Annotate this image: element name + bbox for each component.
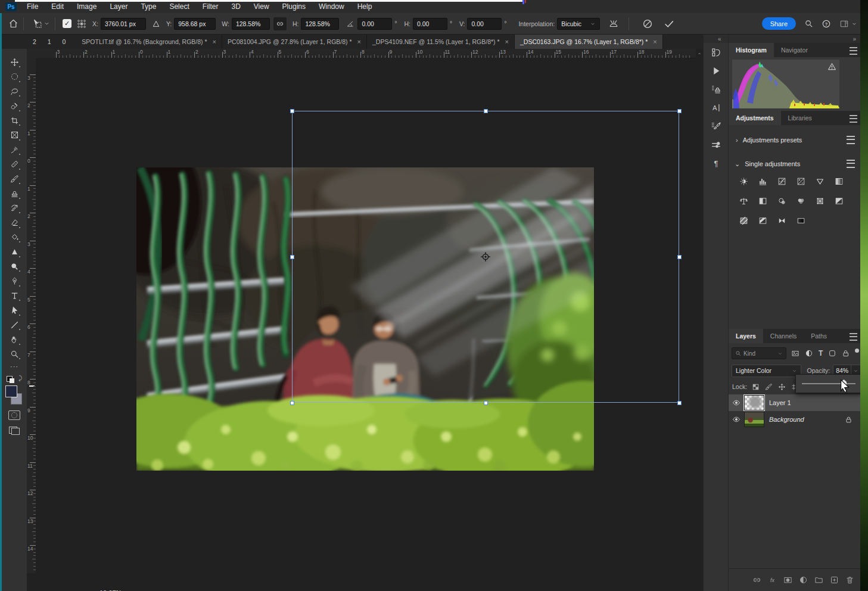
workspace-icon[interactable]: [839, 19, 849, 29]
panel-button-history[interactable]: [704, 43, 729, 61]
panel-button-actions[interactable]: [704, 61, 729, 80]
filter-shape-icon[interactable]: [828, 349, 836, 357]
panel-button-paragraph[interactable]: [704, 154, 729, 172]
quick-select-tool[interactable]: [7, 99, 21, 113]
frame-tool[interactable]: [7, 128, 21, 142]
visibility-eye-icon[interactable]: [729, 415, 744, 424]
path-select-tool[interactable]: [7, 303, 21, 318]
ruler-origin-box[interactable]: [27, 49, 36, 58]
layer-filter-search[interactable]: Kind: [732, 347, 786, 359]
scroll-right-icon[interactable]: ›: [672, 589, 674, 591]
document-tab-4[interactable]: _DSC0163.JPG @ 16.7% (Layer 1, RGB/8*) *…: [515, 35, 663, 49]
document-tab-3[interactable]: _DPS4109.NEF @ 11.5% (Layer 1, RGB/8*) *…: [367, 35, 515, 49]
transform-handle-top-center[interactable]: [484, 109, 488, 113]
filter-pixel-icon[interactable]: [791, 349, 799, 357]
quick-mask-button[interactable]: [8, 410, 20, 420]
vertical-scrollbar-gutter[interactable]: ⌃: [696, 49, 703, 591]
menu-image[interactable]: Image: [70, 2, 103, 11]
sharpen-tool[interactable]: [7, 245, 21, 259]
x-input[interactable]: 3760.01 px: [101, 18, 146, 30]
group-button[interactable]: [811, 576, 826, 584]
close-icon[interactable]: ×: [213, 38, 216, 45]
transform-handle-bottom-center[interactable]: [484, 401, 488, 405]
eraser-tool[interactable]: [7, 216, 21, 230]
transform-handle-top-left[interactable]: [290, 109, 294, 113]
vskew-input[interactable]: 0.00: [467, 18, 502, 30]
status-arrow-icon[interactable]: ‹: [337, 589, 340, 591]
transform-handle-bottom-left[interactable]: [290, 401, 294, 405]
adjustments-presets-row[interactable]: › Adjustments presets: [729, 132, 861, 148]
cancel-transform-button[interactable]: [642, 18, 653, 29]
share-button[interactable]: Share: [762, 17, 796, 30]
panel-menu-icon[interactable]: [850, 47, 857, 55]
hue-saturation-adjustment-icon[interactable]: [832, 176, 845, 186]
tab-layers[interactable]: Layers: [729, 329, 763, 343]
panel-button-clone-source[interactable]: [704, 80, 729, 98]
lock-move-icon[interactable]: [778, 383, 791, 391]
reference-point-grid-icon[interactable]: [77, 19, 86, 29]
horizontal-ruler[interactable]: 321012345678910111213141516171819: [36, 49, 696, 58]
panel-button-brush-settings[interactable]: [704, 117, 729, 135]
reference-point-checkbox[interactable]: ✓: [63, 19, 71, 28]
black-white-adjustment-icon[interactable]: [756, 196, 769, 206]
tab-adjustments[interactable]: Adjustments: [729, 111, 781, 125]
hskew-input[interactable]: 0.00: [413, 18, 447, 30]
transform-handle-bottom-right[interactable]: [677, 401, 682, 405]
document-tab-1[interactable]: SPOTLIT.tif @ 16.7% (Background, RGB/8) …: [76, 35, 222, 49]
swap-colors-control[interactable]: ⤸: [7, 375, 22, 382]
filter-type-icon[interactable]: T: [819, 349, 823, 357]
panel-button-character[interactable]: [704, 98, 729, 117]
menu-layer[interactable]: Layer: [103, 2, 134, 11]
vertical-ruler[interactable]: 3210123456789101112131415: [27, 58, 36, 573]
warp-mode-button[interactable]: [608, 18, 619, 29]
opacity-slider-track[interactable]: [802, 383, 855, 384]
close-icon[interactable]: ×: [357, 38, 361, 45]
curves-adjustment-icon[interactable]: [775, 176, 788, 186]
line-tool[interactable]: [7, 318, 21, 332]
layer-name[interactable]: Layer 1: [769, 399, 791, 406]
gradient-map-adjustment-icon[interactable]: [794, 216, 807, 226]
close-icon[interactable]: ×: [505, 38, 509, 45]
foreground-background-swatches[interactable]: [5, 385, 23, 405]
scroll-up-icon[interactable]: ⌃: [696, 52, 703, 58]
close-icon[interactable]: ×: [653, 38, 657, 45]
document-viewport[interactable]: 16.67% 16.427 in x 10.88 in (300 ppi) › …: [36, 58, 687, 573]
layer-name[interactable]: Background: [769, 416, 804, 423]
menu-filter[interactable]: Filter: [196, 2, 225, 11]
menu-select[interactable]: Select: [163, 2, 195, 11]
filter-toggle[interactable]: [855, 349, 859, 353]
layer-thumbnail[interactable]: [744, 412, 764, 427]
menu-plugins[interactable]: Plugins: [276, 2, 312, 11]
panel-menu-icon[interactable]: [850, 333, 857, 341]
menu-help[interactable]: Help: [351, 2, 379, 11]
collapse-panels-button[interactable]: «: [704, 35, 729, 43]
lock-checker-icon[interactable]: [752, 383, 765, 391]
posterize-adjustment-icon[interactable]: [737, 216, 750, 226]
menu-edit[interactable]: Edit: [45, 2, 70, 11]
link-button[interactable]: [749, 576, 764, 584]
link-dimensions-button[interactable]: [273, 17, 287, 30]
commit-transform-button[interactable]: [664, 18, 674, 29]
color-balance-adjustment-icon[interactable]: [737, 196, 750, 206]
channel-mixer-adjustment-icon[interactable]: [794, 196, 807, 206]
lasso-tool[interactable]: [7, 84, 21, 98]
history-brush-tool[interactable]: [7, 201, 21, 215]
chevron-down-icon[interactable]: [851, 21, 857, 27]
adjustment-button[interactable]: [795, 576, 811, 584]
tab-histogram[interactable]: Histogram: [729, 43, 774, 57]
brush-tool[interactable]: [7, 172, 21, 186]
type-tool[interactable]: [7, 288, 21, 303]
status-arrow-icon[interactable]: ›: [321, 589, 323, 591]
list-view-icon[interactable]: [847, 160, 855, 168]
tab-channels[interactable]: Channels: [763, 329, 804, 343]
rotate-input[interactable]: 0.00: [357, 18, 392, 30]
move-tool[interactable]: [7, 55, 21, 69]
foreground-color-swatch[interactable]: [5, 385, 17, 397]
eyedropper-tool[interactable]: [7, 142, 21, 157]
levels-adjustment-icon[interactable]: [756, 176, 769, 186]
pen-tool[interactable]: [7, 274, 21, 288]
transform-handle-mid-right[interactable]: [677, 255, 682, 259]
menu-window[interactable]: Window: [312, 2, 351, 11]
photo-filter-adjustment-icon[interactable]: [775, 196, 788, 206]
transform-handle-top-right[interactable]: [677, 109, 682, 113]
